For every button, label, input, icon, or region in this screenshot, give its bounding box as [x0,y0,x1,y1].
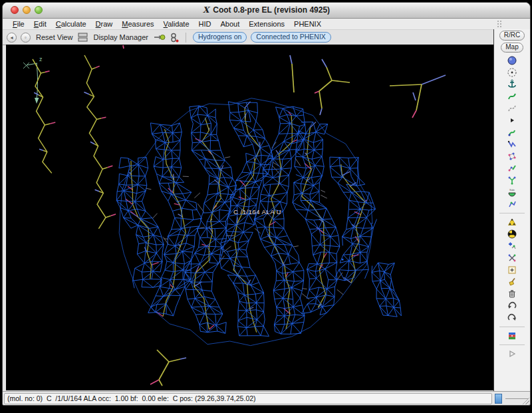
reticle-icon[interactable] [494,67,530,78]
redo-icon[interactable] [494,312,530,324]
phenix-connection-button[interactable]: Connected to PHENIX [251,32,331,43]
map-button[interactable]: Map [501,43,523,53]
sidebar-separator [499,327,525,327]
status-progress-widget [495,394,502,404]
clear-pending-icon[interactable] [494,276,530,288]
menu-hid[interactable]: HID [194,20,216,28]
rotate-translate-icon[interactable] [494,150,530,162]
x11-icon: X [203,5,209,15]
status-bar: (mol. no: 0) C /1/U/164 ALA occ: 1.00 bf… [3,391,530,405]
menu-edit[interactable]: Edit [29,20,51,28]
menu-file[interactable]: File [8,20,29,28]
menu-validate[interactable]: Validate [159,20,194,28]
coot-window: XCoot 0.8-pre EL (revision 4925) FileEdi… [2,2,531,406]
flip-peptide-icon[interactable] [494,216,530,228]
sidebar-separator [499,344,525,345]
title-bar[interactable]: XCoot 0.8-pre EL (revision 4925) [3,3,530,19]
menu-bar: FileEditCalculateDrawMeasuresValidateHID… [3,19,530,30]
active-residue-icon[interactable] [170,33,179,43]
svg-text:Side: Side [509,188,515,192]
display-sphere-icon[interactable] [494,55,530,67]
add-terminal-residue-icon[interactable] [494,240,530,252]
real-space-refine-icon[interactable] [494,90,530,102]
right-toolbar: R/RC Map Side [493,29,530,392]
anchor-icon[interactable] [494,78,530,90]
delete-item-icon[interactable] [494,288,530,300]
menu-about[interactable]: About [216,20,245,28]
main-toolbar: ◂ ▫ Reset View Display Manager Hydrogens… [3,30,497,45]
hydrogens-toggle-button[interactable]: Hydrogens on [193,32,247,43]
undo-icon[interactable] [494,300,530,312]
atom-label: C /1/164 ALA U [233,208,281,215]
molecule-scene: zC /1/164 ALA U [6,45,495,390]
toolbar-separator [186,33,186,43]
rc-button[interactable]: R/RC [499,31,525,41]
expand-arrow-icon[interactable] [494,114,530,126]
mutate-residue-icon[interactable] [494,252,530,264]
window-title: XCoot 0.8-pre EL (revision 4925) [3,5,530,15]
auto-fit-rotamer-icon[interactable] [494,162,530,174]
graphics-canvas[interactable]: zC /1/164 ALA U [6,45,495,390]
rigid-body-fit-icon[interactable] [494,138,530,150]
jiggle-fit-icon[interactable] [494,228,530,240]
menu-calculate[interactable]: Calculate [51,20,91,28]
menu-measures[interactable]: Measures [117,20,158,28]
status-text: (mol. no: 0) C /1/U/164 ALA occ: 1.00 bf… [4,393,492,404]
reset-view-button[interactable]: Reset View [36,33,72,41]
add-atom-icon[interactable] [494,264,530,276]
svg-text:z: z [39,56,43,63]
edit-chi-angles-icon[interactable] [494,198,530,210]
status-divider [505,398,528,399]
menu-draw[interactable]: Draw [91,20,118,28]
refine-fragment-icon[interactable] [494,126,530,138]
window-title-text: Coot 0.8-pre EL (revision 4925) [213,5,330,15]
display-manager-icon [78,33,88,42]
sidebar-separator [499,213,525,213]
goto-atom-icon[interactable] [154,33,166,42]
flip-sidechain-icon[interactable]: Side [494,186,530,198]
kludges-flag-icon[interactable] [494,330,530,342]
view-button[interactable]: ▫ [21,33,31,43]
more-tools-icon[interactable] [494,348,530,360]
back-view-button[interactable]: ◂ [7,33,17,43]
regularize-icon[interactable] [494,102,530,114]
display-manager-button[interactable]: Display Manager [93,33,148,41]
toolbar-grip-icon[interactable] [497,20,502,27]
menu-extensions[interactable]: Extensions [244,20,289,28]
rotamers-icon[interactable] [494,174,530,186]
menu-phenix[interactable]: PHENIX [289,20,326,28]
